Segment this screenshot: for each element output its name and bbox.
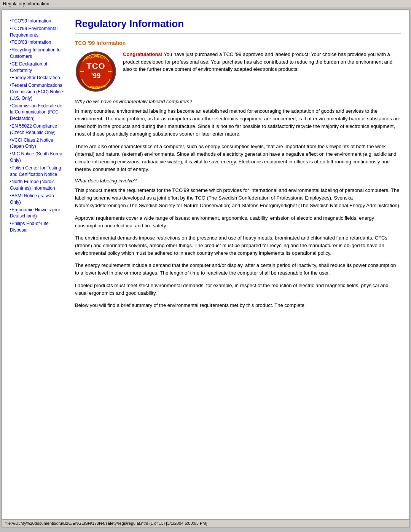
sidebar-item-tco03-info[interactable]: •TCO'03 Information xyxy=(10,39,65,46)
sidebar-item-mic[interactable]: •MIC Notice (South Korea Only) xyxy=(10,151,65,164)
svg-text:'99: '99 xyxy=(91,72,100,80)
p8-text: Below you will find a brief summary of t… xyxy=(75,302,401,309)
page-title: Regulatory Information xyxy=(75,18,401,30)
status-url: file:///D|/My%20documents/dfu/B2C/ENGLIS… xyxy=(5,521,207,526)
sidebar-link-tco99-env[interactable]: •TCO'99 Environmental Requirements xyxy=(10,26,65,38)
sidebar-item-en55022[interactable]: •EN 55022 Compliance (Czech Republic Onl… xyxy=(10,123,65,136)
q1-heading: Why do we have environmentally labeled c… xyxy=(75,99,401,104)
tco-intro-block: TCO '99 ECOLOGY ENERGY EMISSIONS ERGONOM… xyxy=(75,51,401,93)
sidebar-item-recycling[interactable]: •Recycling Information for Customers xyxy=(10,47,65,60)
sidebar-item-philips-disposal[interactable]: •Philips End-of-Life Disposal xyxy=(10,220,65,233)
divider xyxy=(75,34,401,34)
sidebar-link-recycling[interactable]: •Recycling Information for Customers xyxy=(10,47,65,60)
sidebar-link-north-europe[interactable]: •North Europe (Nordic Countries) Informa… xyxy=(10,179,65,192)
sidebar-link-philips-disposal[interactable]: •Philips End-of-Life Disposal xyxy=(10,220,65,233)
tco-intro-text: Congratulations! You have just purchased… xyxy=(123,51,401,93)
sidebar-link-commission-federale[interactable]: •Commission Federale de la Communication… xyxy=(10,103,65,122)
sidebar-item-vcci[interactable]: •VCCI Class 2 Notice (Japan Only) xyxy=(10,137,65,150)
p6-text: The energy requirements include a demand… xyxy=(75,262,401,277)
q2-heading: What does labeling involve? xyxy=(75,178,401,184)
sidebar-item-tco99-info[interactable]: •TCO'99 Information xyxy=(10,18,65,24)
sidebar-item-energy-star[interactable]: •Energy Star Declaration xyxy=(10,75,65,81)
p1-text: In many countries, environmental labelin… xyxy=(75,107,401,138)
tco99-logo-svg: TCO '99 ECOLOGY ENERGY EMISSIONS ERGONOM… xyxy=(75,51,117,93)
sidebar-link-energy-star[interactable]: •Energy Star Declaration xyxy=(10,75,65,81)
sidebar: •TCO'99 Information•TCO'99 Environmental… xyxy=(10,18,69,512)
sidebar-item-commission-federale[interactable]: •Commission Federale de la Communication… xyxy=(10,103,65,122)
sidebar-item-ergonomie[interactable]: •Ergonomie Hinweis (nur Deutschland) xyxy=(10,207,65,220)
browser-window: •TCO'99 Information•TCO'99 Environmental… xyxy=(2,10,409,527)
tco-logo: TCO '99 ECOLOGY ENERGY EMISSIONS ERGONOM… xyxy=(75,51,117,93)
sidebar-link-mic[interactable]: •MIC Notice (South Korea Only) xyxy=(10,151,65,164)
sidebar-item-ce-declaration[interactable]: •CE Declaration of Conformity xyxy=(10,61,65,74)
title-bar: Regulatory Information xyxy=(0,0,411,8)
p4-text: Approval requirements cover a wide range… xyxy=(75,214,401,230)
sidebar-item-fcc-notice[interactable]: •Federal Communications Commission (FCC)… xyxy=(10,82,65,101)
sidebar-link-tco99-info[interactable]: •TCO'99 Information xyxy=(10,18,65,24)
sidebar-link-fcc-notice[interactable]: •Federal Communications Commission (FCC)… xyxy=(10,82,65,101)
title-bar-label: Regulatory Information xyxy=(3,1,49,6)
svg-text:TCO: TCO xyxy=(86,61,105,71)
sidebar-link-bsmi[interactable]: •BSMI Notice (Taiwan Only) xyxy=(10,193,65,206)
main-content: Regulatory Information TCO '99 Informati… xyxy=(69,18,401,512)
p2-text: There are also other characteristics of … xyxy=(75,143,401,174)
sidebar-link-vcci[interactable]: •VCCI Class 2 Notice (Japan Only) xyxy=(10,137,65,150)
intro-text: You have just purchased a TCO '99 approv… xyxy=(123,51,392,72)
sidebar-link-ergonomie[interactable]: •Ergonomie Hinweis (nur Deutschland) xyxy=(10,207,65,220)
sidebar-item-polish-center[interactable]: •Polish Center for Testing and Certifica… xyxy=(10,165,65,178)
congrats-label: Congratulations! xyxy=(123,51,162,57)
sidebar-link-polish-center[interactable]: •Polish Center for Testing and Certifica… xyxy=(10,165,65,178)
sidebar-item-bsmi[interactable]: •BSMI Notice (Taiwan Only) xyxy=(10,193,65,206)
sidebar-item-tco99-env[interactable]: •TCO'99 Environmental Requirements xyxy=(10,26,65,38)
sidebar-link-en55022[interactable]: •EN 55022 Compliance (Czech Republic Onl… xyxy=(10,123,65,136)
status-bar: file:///D|/My%20documents/dfu/B2C/ENGLIS… xyxy=(2,519,409,527)
p5-text: The environmental demands impose restric… xyxy=(75,234,401,257)
p7-text: Labeled products must meet strict enviro… xyxy=(75,282,401,297)
section-title-tco99: TCO '99 Information xyxy=(75,40,401,46)
p3-text: This product meets the requirements for … xyxy=(75,187,401,209)
page-content: •TCO'99 Information•TCO'99 Environmental… xyxy=(2,10,409,519)
sidebar-link-tco03-info[interactable]: •TCO'03 Information xyxy=(10,39,65,46)
sidebar-link-ce-declaration[interactable]: •CE Declaration of Conformity xyxy=(10,61,65,74)
sidebar-item-north-europe[interactable]: •North Europe (Nordic Countries) Informa… xyxy=(10,179,65,192)
